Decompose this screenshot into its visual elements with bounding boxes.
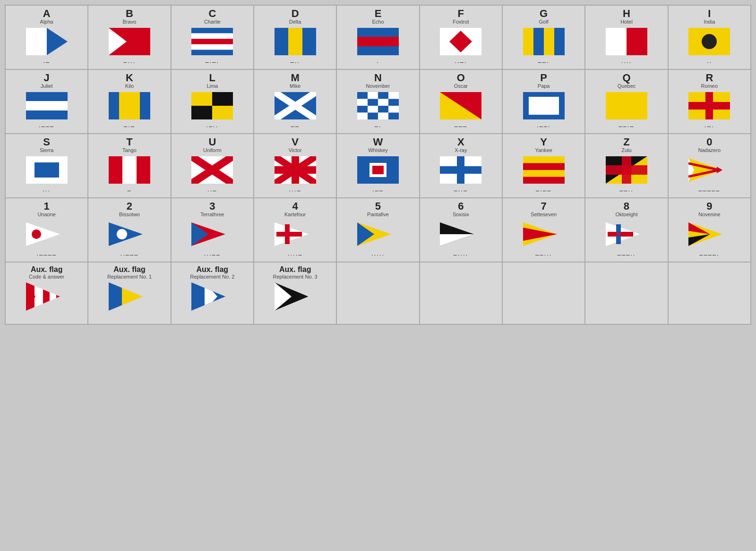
morse-W: ·–– [372, 187, 384, 195]
flag-T [108, 156, 151, 184]
morse-R: ·–· [704, 123, 714, 130]
flag-D [274, 27, 317, 56]
flag-cell-V: V Victor ···– [254, 134, 336, 197]
name-H: Hotel [620, 19, 633, 25]
aux-subtitle-1: Code & answer [29, 274, 64, 280]
aux-title-2: Aux. flag [113, 265, 146, 274]
svg-point-99 [117, 229, 127, 239]
letter-4: 4 [292, 201, 298, 212]
name-1: Unaone [37, 212, 56, 217]
svg-rect-58 [606, 92, 647, 119]
letter-U: U [208, 137, 216, 147]
svg-rect-51 [368, 113, 378, 120]
aux-title-4: Aux. flag [279, 265, 311, 274]
svg-rect-32 [212, 92, 233, 106]
flag-cell-4: 4 Kartefour ····– [254, 198, 336, 262]
svg-rect-34 [212, 106, 233, 119]
svg-rect-39 [368, 92, 378, 99]
letter-9: 9 [706, 201, 712, 212]
flag-B [108, 27, 151, 56]
svg-rect-27 [26, 110, 68, 119]
morse-5: ····· [371, 251, 385, 259]
flag-M [274, 92, 317, 120]
svg-rect-74 [275, 166, 316, 174]
letter-C: C [208, 8, 216, 19]
name-C: Charlie [204, 19, 221, 25]
svg-rect-13 [357, 37, 399, 46]
morse-9: ––––· [699, 251, 720, 259]
flag-2 [108, 220, 151, 248]
letter-6: 6 [458, 201, 464, 212]
aux-title-3: Aux. flag [197, 265, 229, 274]
empty-cell-4 [585, 263, 667, 324]
svg-rect-4 [191, 28, 233, 34]
flag-Q [605, 92, 648, 120]
svg-rect-8 [191, 50, 233, 55]
flag-O [439, 92, 482, 120]
letter-P: P [540, 73, 547, 83]
letter-J: J [44, 73, 50, 83]
flag-cell-S: S Sierra ··· [6, 134, 87, 197]
aux-subtitle-4: Replacement No. 3 [273, 274, 318, 280]
morse-4: ····– [288, 251, 303, 259]
flag-cell-M: M Mike –– [254, 70, 336, 133]
svg-rect-21 [606, 28, 627, 55]
name-G: Golf [539, 19, 549, 25]
svg-rect-129 [56, 280, 63, 313]
flag-Z [605, 156, 648, 184]
flag-X [439, 156, 482, 184]
flag-cell-Z: Z Zulu ––·· [585, 134, 667, 197]
svg-rect-66 [137, 156, 150, 184]
letter-B: B [126, 8, 133, 19]
flag-P [523, 92, 565, 120]
flag-cell-I: I India ·· [669, 6, 750, 69]
flag-cell-B: B Bravo –··· [88, 6, 170, 69]
svg-rect-45 [388, 99, 399, 106]
flag-S [26, 156, 68, 184]
morse-0: ––––– [698, 187, 720, 195]
name-6: Soxisix [453, 212, 469, 217]
name-5: Pantafive [367, 212, 389, 217]
flag-0 [688, 156, 730, 184]
svg-rect-22 [627, 28, 647, 55]
flag-cell-R: R Romeo ·–· [669, 70, 750, 133]
letter-V: V [292, 137, 299, 147]
aux-flag-4 [274, 282, 317, 311]
svg-rect-53 [388, 113, 399, 120]
svg-rect-43 [368, 99, 378, 106]
name-I: India [704, 19, 715, 25]
name-2: Bissotwo [119, 212, 140, 217]
morse-H: ···· [621, 59, 632, 66]
name-U: Uniform [203, 147, 222, 153]
svg-rect-9 [275, 28, 288, 55]
letter-G: G [540, 8, 548, 19]
flag-cell-Y: Y Yankee –·–– [503, 134, 584, 197]
name-S: Sierra [40, 147, 53, 153]
name-D: Delta [289, 19, 301, 25]
letter-W: W [373, 137, 383, 147]
flag-cell-A: A Alpha ·– [6, 6, 87, 69]
flag-cell-G: G Golf ––· [503, 6, 584, 69]
svg-rect-10 [288, 28, 302, 55]
flag-cell-X: X X-ray –··– [420, 134, 502, 197]
letter-Q: Q [622, 73, 630, 83]
flag-cell-K: K Kilo –·– [88, 70, 170, 133]
svg-rect-126 [36, 280, 43, 313]
morse-M: –– [291, 123, 299, 130]
flag-W [357, 156, 399, 184]
aux-subtitle-3: Replacement No. 2 [190, 274, 234, 280]
svg-rect-40 [378, 92, 388, 99]
svg-rect-30 [140, 92, 150, 119]
name-E: Echo [372, 19, 384, 25]
flag-6 [439, 220, 482, 248]
svg-rect-84 [523, 170, 565, 177]
morse-I: ·· [707, 59, 712, 66]
name-7: Setteseven [531, 212, 557, 217]
morse-7: ––··· [535, 251, 552, 259]
aux-subtitle-2: Replacement No. 1 [107, 274, 152, 280]
flag-cell-F: F Foxtrot ··–· [420, 6, 502, 69]
flag-cell-2: 2 Bissotwo ··––– [88, 198, 170, 262]
svg-rect-42 [357, 99, 368, 106]
name-8: Oktoeight [615, 212, 637, 217]
flag-cell-8: 8 Oktoeight –––·· [585, 198, 667, 262]
